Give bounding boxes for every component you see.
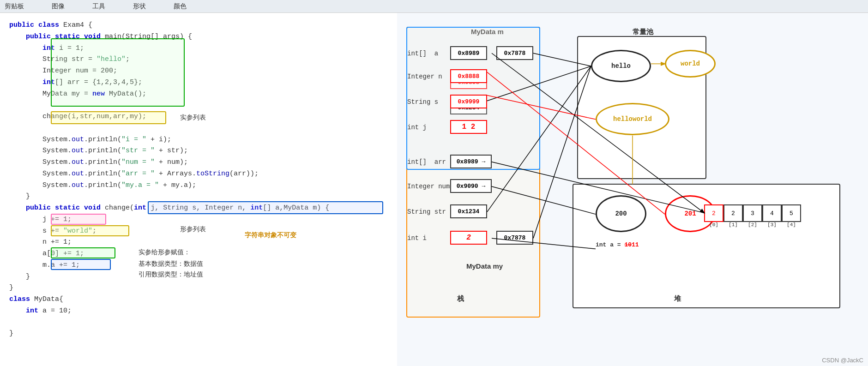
int-a-label: int a = 1011 <box>596 241 639 248</box>
code-panel: public class Exam4 { public static void … <box>0 13 397 366</box>
array-cell-3: 4 <box>762 204 782 222</box>
array-container: 2 2 3 4 5 [0] [1] [2] [3] [4] <box>704 204 801 228</box>
label-xingcanliebiao: 形参列表 <box>180 225 206 234</box>
row-label-intnum: Integer num <box>407 183 450 190</box>
highlight-params <box>148 201 383 214</box>
stack-title: 栈 <box>457 294 464 303</box>
oval-200: 200 <box>596 195 646 232</box>
array-cell-2: 3 <box>743 204 762 222</box>
row-label-inti: int i <box>407 234 427 242</box>
highlight-j <box>51 214 106 225</box>
row-label-strings: String s <box>407 98 438 106</box>
label-ref: 引用数据类型：地址值 <box>139 270 203 279</box>
row-label-stringstr: String str <box>407 208 446 216</box>
row-label-intarr: int[] arr <box>407 158 446 166</box>
mem-box-integern1: 0x8888 <box>450 69 487 83</box>
menu-shapes[interactable]: 形状 <box>133 2 146 11</box>
highlight-ma <box>51 259 111 270</box>
label-assign: 实参给形参赋值： <box>139 248 190 257</box>
menu-colors[interactable]: 颜色 <box>174 2 187 11</box>
menu-clipboard[interactable]: 剪贴板 <box>5 2 24 11</box>
row-label-intj: int j <box>407 124 427 131</box>
row-label-inta: int[] a <box>407 50 438 57</box>
csdn-credit: CSDN @JackC <box>822 357 863 364</box>
array-cell-1: 2 <box>723 204 743 222</box>
highlight-a0 <box>51 247 115 258</box>
oval-world: world <box>665 50 716 78</box>
mem-box-strings1: 0x9999 <box>450 95 487 108</box>
menu-bar: 剪贴板 图像 工具 形状 颜色 <box>0 0 868 13</box>
array-cell-0: 2 <box>704 204 723 222</box>
highlight-s <box>51 225 129 236</box>
oval-hello: hello <box>591 50 651 82</box>
highlight-change-call <box>51 111 166 124</box>
highlight-init-vars <box>51 38 185 107</box>
oval-helloworld: helloworld <box>596 103 669 135</box>
mem-box-7878-top: 0x7878 <box>496 46 533 60</box>
main-content: public class Exam4 { public static void … <box>0 13 868 366</box>
label-basic: 基本数据类型：数据值 <box>139 260 203 268</box>
mem-box-7878-bottom: 0x7878 <box>496 231 533 245</box>
mem-box-intnum: 0x9090 → <box>450 179 492 193</box>
menu-image[interactable]: 图像 <box>52 2 65 11</box>
mem-box-intj: 1 2 <box>450 120 487 134</box>
mem-box-inti: 2 <box>450 231 487 245</box>
label-immutable: 字符串对象不可变 <box>245 231 296 240</box>
mem-box-stringstr: 0x1234 <box>450 204 487 218</box>
mydata-my-title: MyData my <box>466 262 503 270</box>
mem-box-inta: 0x8989 <box>450 46 487 60</box>
row-label-integern: Integer n <box>407 73 442 80</box>
array-cell-4: 5 <box>782 204 801 222</box>
heap-title: 堆 <box>674 294 681 303</box>
menu-tools[interactable]: 工具 <box>92 2 105 11</box>
label-shicanliebiao: 实参列表 <box>180 114 206 122</box>
constant-pool-title: 常量池 <box>633 28 653 36</box>
mem-box-intarr: 0x8989 → <box>450 155 492 168</box>
diagram-panel: MyData m 常量池 int[] a 0x8989 0x7878 Integ… <box>397 13 868 366</box>
